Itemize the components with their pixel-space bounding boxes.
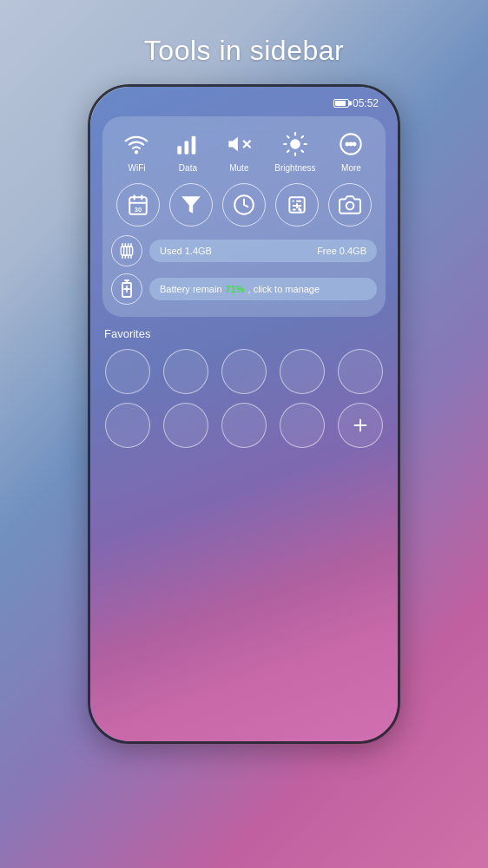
ram-icon xyxy=(111,235,142,266)
svg-line-10 xyxy=(287,136,289,138)
more-icon xyxy=(335,128,366,160)
battery-prefix: Battery remain xyxy=(160,284,222,294)
wifi-icon xyxy=(121,128,152,160)
camera-button[interactable] xyxy=(328,183,372,227)
ram-bar: Used 1.4GB Free 0.4GB xyxy=(149,240,377,262)
data-toggle[interactable]: Data xyxy=(172,128,203,173)
mute-toggle[interactable]: Mute xyxy=(223,128,254,173)
more-toggle[interactable]: More xyxy=(335,128,366,173)
status-time: 05:52 xyxy=(353,97,379,109)
battery-percent: 71% xyxy=(226,284,245,294)
favorites-row-1 xyxy=(102,349,386,394)
svg-point-7 xyxy=(290,139,300,149)
battery-suffix: , click to manage xyxy=(248,284,320,294)
svg-point-0 xyxy=(135,151,137,153)
status-battery: 05:52 xyxy=(333,97,379,109)
calendar-button[interactable]: 30 xyxy=(116,183,160,227)
svg-text:30: 30 xyxy=(134,206,141,214)
wifi-label: WiFi xyxy=(128,163,145,173)
svg-rect-1 xyxy=(178,146,182,154)
favorites-section: Favorites xyxy=(102,327,386,448)
fav-item-4[interactable] xyxy=(280,349,325,394)
quick-toggles-row: WiFi Data xyxy=(111,128,377,173)
svg-line-34 xyxy=(299,207,300,211)
data-icon xyxy=(172,128,203,160)
mute-icon xyxy=(223,128,254,160)
fav-item-2[interactable] xyxy=(163,349,208,394)
phone-frame: 05:52 WiFi xyxy=(88,84,400,744)
fav-item-5[interactable] xyxy=(338,349,383,394)
fav-item-6[interactable] xyxy=(105,403,150,448)
filter-button[interactable] xyxy=(169,183,213,227)
brightness-toggle[interactable]: Brightness xyxy=(274,128,315,173)
svg-marker-25 xyxy=(181,196,201,214)
more-label: More xyxy=(341,163,361,173)
phone-screen: 05:52 WiFi xyxy=(90,87,398,741)
svg-point-18 xyxy=(350,143,353,146)
controls-panel: WiFi Data xyxy=(102,116,386,317)
svg-rect-3 xyxy=(192,136,196,155)
data-label: Data xyxy=(179,163,197,173)
add-favorite-button[interactable] xyxy=(338,403,383,448)
brightness-label: Brightness xyxy=(274,163,315,173)
status-bar: 05:52 xyxy=(90,87,398,113)
svg-point-35 xyxy=(346,202,354,210)
app-icons-row: 30 xyxy=(111,183,377,227)
fav-item-3[interactable] xyxy=(221,349,267,394)
svg-line-11 xyxy=(301,150,303,152)
ram-free-label: Free 0.4GB xyxy=(317,246,366,256)
battery-row[interactable]: Battery remain 71% , click to manage xyxy=(111,273,377,305)
fav-item-1[interactable] xyxy=(105,349,150,394)
fav-item-7[interactable] xyxy=(163,403,208,448)
page-title: Tools in sidebar xyxy=(144,35,344,67)
mute-label: Mute xyxy=(229,163,248,173)
calculator-button[interactable] xyxy=(275,183,319,227)
fav-item-8[interactable] xyxy=(221,403,267,448)
clock-button[interactable] xyxy=(222,183,266,227)
ram-used-label: Used 1.4GB xyxy=(160,246,212,256)
battery-status-icon xyxy=(333,99,349,108)
svg-rect-2 xyxy=(185,141,189,155)
wifi-toggle[interactable]: WiFi xyxy=(121,128,152,173)
favorites-label: Favorites xyxy=(102,327,386,340)
svg-point-17 xyxy=(346,143,349,146)
favorites-grid xyxy=(102,349,386,448)
svg-point-19 xyxy=(353,143,356,146)
svg-line-14 xyxy=(287,150,289,152)
fav-item-9[interactable] xyxy=(280,403,325,448)
ram-row[interactable]: Used 1.4GB Free 0.4GB xyxy=(111,235,377,266)
svg-line-15 xyxy=(301,136,303,138)
battery-icon xyxy=(111,273,142,305)
battery-bar: Battery remain 71% , click to manage xyxy=(149,278,377,300)
svg-marker-4 xyxy=(229,137,239,151)
favorites-row-2 xyxy=(102,403,386,448)
brightness-icon xyxy=(280,128,311,160)
